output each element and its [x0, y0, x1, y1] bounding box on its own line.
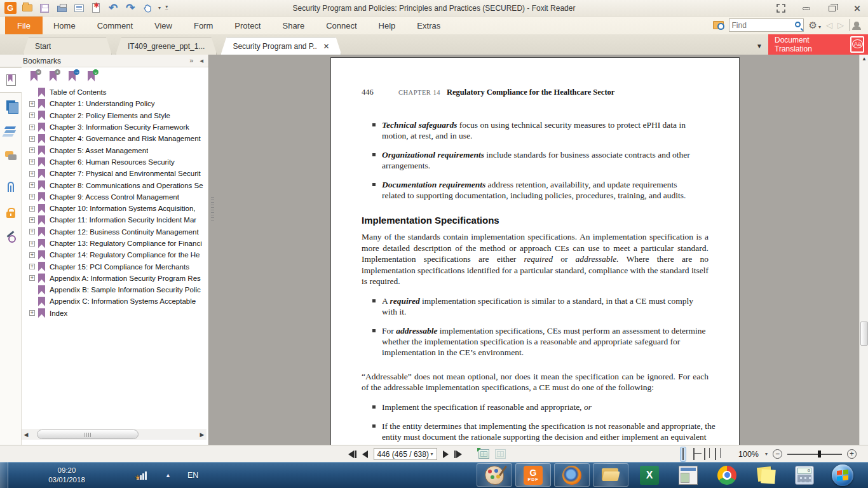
- bookmark-item[interactable]: + Chapter 7: Physical and Environmental …: [22, 168, 208, 179]
- hscroll-left-icon[interactable]: ◀: [22, 431, 31, 438]
- bookmark-item[interactable]: + Chapter 3: Information Security Framew…: [22, 121, 208, 133]
- ribbon-tab[interactable]: Extras: [406, 17, 451, 34]
- expand-twisty-icon[interactable]: +: [29, 264, 35, 269]
- show-desktop-button[interactable]: [0, 462, 8, 488]
- bookmark-item[interactable]: + Chapter 5: Asset Management: [22, 144, 208, 156]
- document-translation-banner[interactable]: Document Translation: [768, 34, 868, 55]
- expand-twisty-icon[interactable]: +: [29, 182, 35, 188]
- expand-twisty-icon[interactable]: +: [29, 147, 35, 153]
- sidebar-item-comments[interactable]: [0, 144, 22, 169]
- network-icon[interactable]: ✭: [137, 471, 149, 480]
- page-number-field[interactable]: 446 (465 / 638) ▾: [374, 448, 437, 460]
- page-field-dropdown[interactable]: ▾: [430, 451, 433, 457]
- hand-tool-dropdown[interactable]: ▾: [158, 5, 161, 11]
- snapshot-icon[interactable]: [478, 449, 489, 459]
- bookmark-item[interactable]: + Chapter 2: Policy Elements and Style: [22, 110, 208, 121]
- layout-continuous[interactable]: [691, 447, 696, 461]
- expand-twisty-icon[interactable]: +: [29, 171, 35, 177]
- bookmark-item[interactable]: + Appendix A: Information Security Progr…: [22, 273, 208, 284]
- document-tab[interactable]: IT409_greene_ppt_1... ✕: [116, 37, 217, 55]
- ribbon-tab[interactable]: File: [5, 17, 43, 34]
- bookmark-item[interactable]: + Appendix C: Information Systems Accept…: [22, 295, 208, 307]
- taskbar-app-notes[interactable]: [748, 463, 783, 487]
- first-page-button[interactable]: [348, 451, 356, 458]
- undo-icon[interactable]: ↶: [107, 2, 119, 15]
- ribbon-tab[interactable]: Connect: [315, 17, 367, 34]
- expand-twisty-icon[interactable]: +: [29, 217, 35, 223]
- start-button[interactable]: [825, 463, 860, 487]
- taskbar-app-excel[interactable]: [632, 463, 667, 487]
- taskbar-app-calculator[interactable]: [787, 463, 822, 487]
- panel-collapse-icon[interactable]: ◂: [200, 57, 203, 65]
- previous-page-button[interactable]: [362, 451, 368, 458]
- save-icon[interactable]: [38, 2, 51, 15]
- expand-twisty-icon[interactable]: +: [29, 241, 35, 247]
- bookmark-item[interactable]: + Appendix B: Sample Information Securit…: [22, 284, 208, 295]
- ribbon-tab[interactable]: Help: [368, 17, 407, 34]
- taskbar-app-paint[interactable]: [477, 463, 512, 487]
- document-tab[interactable]: Security Program and P... ✕: [220, 37, 341, 55]
- bookmark-item[interactable]: + Chapter 14: Regulatory Compliance for …: [22, 249, 208, 261]
- bookmark-item[interactable]: + Chapter 4: Governance and Risk Managem…: [22, 133, 208, 144]
- sidebar-item-layers[interactable]: [0, 118, 22, 144]
- sidebar-item-attachments[interactable]: [0, 174, 22, 200]
- bookmark-item[interactable]: + Chapter 6: Human Resources Security: [22, 156, 208, 168]
- bookmark-item[interactable]: + Chapter 9: Access Control Management: [22, 191, 208, 203]
- tab-close-icon[interactable]: ✕: [323, 42, 329, 51]
- sidebar-item-bookmarks[interactable]: [0, 67, 22, 93]
- ribbon-tab[interactable]: Form: [183, 17, 224, 34]
- taskbar-app-foxit[interactable]: GPDF: [515, 463, 551, 487]
- expand-twisty-icon[interactable]: +: [29, 136, 35, 142]
- zoom-slider-thumb[interactable]: [818, 451, 821, 458]
- zoom-in-button[interactable]: +: [847, 449, 857, 459]
- customize-toolbar-icon[interactable]: ▾–: [165, 6, 168, 11]
- layout-continuous-facing[interactable]: [713, 447, 718, 461]
- next-bookmark-button[interactable]: →: [67, 71, 78, 83]
- account-button[interactable]: [849, 20, 850, 31]
- bookmark-item[interactable]: + Chapter 15: PCI Compliance for Merchan…: [22, 261, 208, 272]
- restore-icon[interactable]: [826, 3, 837, 13]
- ribbon-tab[interactable]: Comment: [86, 17, 144, 34]
- hidden-icons-arrow[interactable]: ▲: [165, 472, 171, 478]
- taskbar-app-firefox[interactable]: [554, 463, 590, 487]
- ribbon-tab[interactable]: View: [144, 17, 183, 34]
- create-pdf-icon[interactable]: [90, 2, 102, 15]
- expand-bookmark-button[interactable]: ⌄: [86, 71, 97, 83]
- ribbon-tab[interactable]: Home: [43, 17, 86, 34]
- panel-splitter-handle[interactable]: [211, 197, 214, 222]
- find-next-icon[interactable]: ▷: [837, 20, 844, 30]
- zoom-dropdown[interactable]: ▾: [765, 451, 768, 457]
- bookmark-item[interactable]: + Chapter 10: Information Systems Acquis…: [22, 203, 208, 214]
- zoom-slider[interactable]: [787, 449, 842, 459]
- expand-twisty-icon[interactable]: +: [29, 229, 35, 234]
- vscroll-thumb[interactable]: [860, 322, 868, 346]
- find-options[interactable]: ⚙▾: [809, 20, 821, 31]
- expand-twisty-icon[interactable]: +: [29, 194, 35, 200]
- sidebar-item-pages[interactable]: [0, 93, 22, 118]
- email-icon[interactable]: [72, 2, 85, 15]
- taskbar-clock[interactable]: 09:20 03/01/2018: [13, 466, 121, 485]
- hscroll-right-icon[interactable]: ▶: [198, 431, 207, 438]
- tab-list-dropdown-icon[interactable]: ▼: [756, 43, 763, 50]
- document-vscrollbar[interactable]: ▲: [859, 55, 868, 445]
- redo-icon[interactable]: ↷: [124, 2, 137, 15]
- open-file-icon[interactable]: [21, 2, 34, 15]
- bookmark-item[interactable]: + Chapter 13: Regulatory Compliance for …: [22, 238, 208, 249]
- sidebar-item-signatures[interactable]: [0, 225, 22, 250]
- find-previous-icon[interactable]: ◁: [826, 20, 832, 30]
- hand-tool-icon[interactable]: [141, 2, 154, 15]
- find-input[interactable]: [729, 20, 788, 32]
- add-bookmark-button[interactable]: +: [48, 71, 58, 83]
- search-icon[interactable]: [795, 22, 801, 27]
- layout-facing[interactable]: [702, 447, 707, 461]
- expand-twisty-icon[interactable]: +: [29, 112, 35, 118]
- zoom-out-button[interactable]: −: [773, 449, 782, 459]
- close-icon[interactable]: ✕: [851, 3, 863, 13]
- ribbon-tab[interactable]: Share: [271, 17, 315, 34]
- sidebar-item-security[interactable]: [0, 200, 22, 225]
- ribbon-tab[interactable]: Protect: [224, 17, 271, 34]
- expand-twisty-icon[interactable]: +: [29, 252, 35, 258]
- hscroll-thumb[interactable]: [37, 430, 139, 439]
- bookmark-item[interactable]: + Chapter 12: Business Continuity Manage…: [22, 226, 208, 238]
- expand-twisty-icon[interactable]: +: [29, 159, 35, 165]
